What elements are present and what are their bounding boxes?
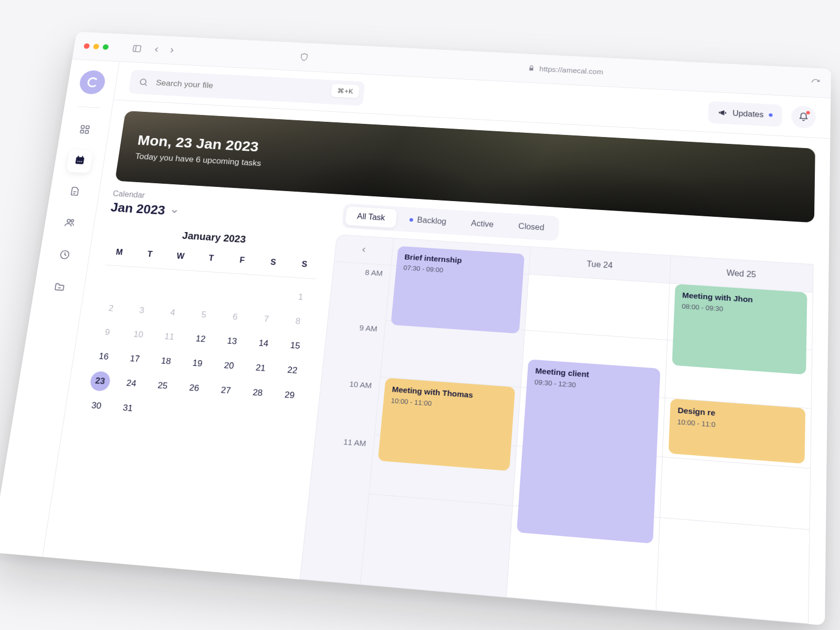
updates-label: Updates xyxy=(732,109,764,119)
calendar-day[interactable]: 28 xyxy=(240,380,275,407)
svg-rect-3 xyxy=(86,125,89,129)
sidebar-item-folders[interactable] xyxy=(45,275,72,300)
window-controls xyxy=(83,43,109,50)
logo-icon xyxy=(85,76,100,89)
calendar-day[interactable]: 1 xyxy=(284,284,318,310)
filter-all-task[interactable]: All Task xyxy=(345,206,397,228)
refresh-button[interactable] xyxy=(811,78,820,87)
calendar-day[interactable]: 11 xyxy=(152,324,187,350)
dow-cell: M xyxy=(103,244,135,261)
calendar-icon xyxy=(73,155,86,167)
calendar-day[interactable]: 19 xyxy=(180,350,215,377)
minimize-window-button[interactable] xyxy=(93,44,99,49)
calendar-day[interactable]: 9 xyxy=(90,319,125,345)
search-input[interactable] xyxy=(154,78,355,98)
event-card[interactable]: Design re10:00 - 11:0 xyxy=(668,398,805,464)
nav-back-button[interactable] xyxy=(152,45,162,54)
dow-cell: S xyxy=(257,254,290,271)
search-box[interactable]: ⌘+K xyxy=(128,69,365,106)
time-label: 8 AM xyxy=(329,262,391,321)
calendar-day[interactable]: 30 xyxy=(79,392,114,419)
url-text: https://amecal.com xyxy=(539,65,603,76)
calendar-day[interactable]: 31 xyxy=(110,395,145,422)
calendar-day[interactable]: 18 xyxy=(149,348,183,375)
dow-cell: F xyxy=(226,252,259,269)
calendar-day[interactable]: 24 xyxy=(114,370,149,397)
megaphone-icon xyxy=(718,108,727,117)
sidebar-item-notes[interactable] xyxy=(61,180,88,204)
calendar-day[interactable]: 8 xyxy=(281,308,315,334)
calendar-day[interactable]: 22 xyxy=(275,357,310,384)
calendar-day[interactable]: 3 xyxy=(124,298,159,324)
event-card[interactable]: Meeting with Thomas10:00 - 11:00 xyxy=(378,378,516,471)
calendar-day[interactable]: 7 xyxy=(249,306,284,332)
event-card[interactable]: Meeting client09:30 - 12:30 xyxy=(517,359,660,543)
lock-icon xyxy=(528,65,534,71)
nav-forward-button[interactable] xyxy=(167,46,177,54)
time-label: 11 AM xyxy=(310,430,374,494)
svg-point-15 xyxy=(67,219,70,223)
mini-calendar-grid: 1234567891011121314151617181920212223242… xyxy=(79,272,318,434)
calendar-day[interactable]: 26 xyxy=(177,375,212,402)
close-window-button[interactable] xyxy=(83,43,90,49)
svg-rect-5 xyxy=(85,130,89,133)
calendar-day[interactable]: 20 xyxy=(212,352,246,379)
schedule-panel: All TaskBacklogActiveClosed Mon 23Tue 24… xyxy=(300,203,814,624)
calendar-day[interactable]: 6 xyxy=(218,304,252,330)
svg-line-20 xyxy=(145,84,147,86)
day-column: Meeting client09:30 - 12:30 xyxy=(506,275,669,610)
users-icon xyxy=(63,217,76,230)
calendar-day[interactable]: 17 xyxy=(118,345,152,372)
filter-closed[interactable]: Closed xyxy=(506,216,556,238)
calendar-day[interactable]: 23 xyxy=(82,368,117,395)
calendar-day[interactable]: 12 xyxy=(183,326,218,353)
calendar-day[interactable]: 13 xyxy=(215,328,249,355)
calendar-day[interactable]: 14 xyxy=(246,330,281,357)
privacy-shield-icon[interactable] xyxy=(299,52,309,61)
filter-dot xyxy=(410,218,413,222)
sidebar-item-team[interactable] xyxy=(56,212,83,236)
task-filter-tabs: All TaskBacklogActiveClosed xyxy=(342,203,560,241)
calendar-day[interactable]: 5 xyxy=(186,302,220,328)
dow-cell: T xyxy=(133,246,166,263)
event-card[interactable]: Brief internship07:30 - 09:00 xyxy=(391,246,524,334)
search-shortcut: ⌘+K xyxy=(331,83,360,98)
svg-line-1 xyxy=(135,45,136,51)
updates-indicator-dot xyxy=(769,113,772,117)
calendar-day[interactable]: 29 xyxy=(272,382,307,409)
calendar-day[interactable]: 25 xyxy=(145,372,180,400)
event-card[interactable]: Meeting with Jhon08:00 - 09:30 xyxy=(672,284,807,375)
search-icon xyxy=(138,77,149,87)
sidebar-toggle-icon[interactable] xyxy=(132,44,143,53)
file-icon xyxy=(68,186,81,199)
filter-active[interactable]: Active xyxy=(459,213,506,235)
sidebar-divider xyxy=(77,106,99,108)
maximize-window-button[interactable] xyxy=(102,44,109,50)
clock-icon xyxy=(58,249,70,262)
calendar-day[interactable]: 21 xyxy=(243,355,278,382)
day-column: Meeting with Jhon08:00 - 09:30Design re1… xyxy=(656,284,813,623)
notifications-button[interactable] xyxy=(791,105,816,129)
calendar-panel: Calendar Jan 2023 January 2023 MTWTFSS 1… xyxy=(57,190,327,579)
dow-cell: S xyxy=(288,256,321,273)
calendar-day[interactable]: 2 xyxy=(94,296,128,322)
calendar-day[interactable]: 16 xyxy=(87,343,121,370)
sidebar-item-calendar[interactable] xyxy=(66,149,93,173)
calendar-day[interactable]: 10 xyxy=(121,321,156,348)
app-window: https://amecal.com xyxy=(0,32,831,625)
calendar-day[interactable]: 4 xyxy=(155,300,190,326)
updates-button[interactable]: Updates xyxy=(708,101,782,127)
calendar-day[interactable]: 27 xyxy=(208,377,243,404)
sidebar-item-dashboard[interactable] xyxy=(71,119,98,142)
app-logo[interactable] xyxy=(78,70,106,94)
filter-backlog[interactable]: Backlog xyxy=(397,209,458,232)
month-picker-value: Jan 2023 xyxy=(110,200,166,218)
schedule-prev-button[interactable] xyxy=(334,235,393,266)
dow-cell: W xyxy=(164,248,197,265)
chevron-left-icon xyxy=(360,246,369,254)
schedule-grid: Mon 23Tue 24Wed 25 8 AM9 AM10 AM11 AMBri… xyxy=(300,234,814,624)
svg-rect-4 xyxy=(80,130,83,133)
mini-calendar-dow: MTWTFSS xyxy=(103,244,321,273)
sidebar-item-history[interactable] xyxy=(50,243,78,268)
calendar-day[interactable]: 15 xyxy=(278,332,312,359)
